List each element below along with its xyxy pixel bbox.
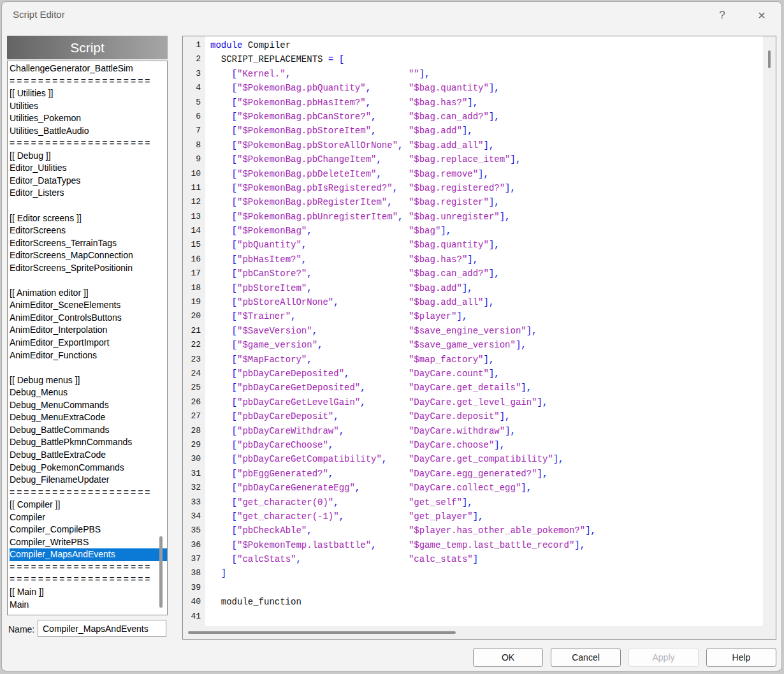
list-item[interactable]: AnimEditor_Functions xyxy=(10,349,167,362)
list-item[interactable]: AnimEditor_Interpolation xyxy=(10,324,167,337)
line-number: 23 xyxy=(183,353,205,367)
list-item[interactable]: Compiler_WritePBS xyxy=(10,536,167,549)
code-line: ["$PokemonBag.pbDeleteItem", "$bag.remov… xyxy=(210,167,763,181)
list-item[interactable]: Utilities_BattleAudio xyxy=(10,125,167,138)
line-number: 12 xyxy=(183,195,205,209)
line-number: 4 xyxy=(183,81,205,95)
list-item[interactable]: Debug_BattlePkmnCommands xyxy=(10,436,167,449)
cancel-button[interactable]: Cancel xyxy=(551,648,621,667)
list-item[interactable]: Main xyxy=(10,599,167,612)
code-line: ["$PokemonBag", "$bag"], xyxy=(210,224,763,238)
editor-horizontal-scrollbar-thumb[interactable] xyxy=(188,631,456,634)
ok-button[interactable]: OK xyxy=(473,648,543,667)
code-line: ["pbQuantity", "$bag.quantity"], xyxy=(210,238,763,252)
code-line: ["pbDayCareGetCompatibility", "DayCare.g… xyxy=(210,452,763,466)
code-line: ["$SaveVersion", "$save_engine_version"]… xyxy=(210,324,763,338)
code-line: ["Kernel.", ""], xyxy=(210,67,763,81)
line-number: 29 xyxy=(183,438,205,452)
list-item[interactable]: Debug_BattleExtraCode xyxy=(10,449,167,462)
list-item[interactable]: Editor_Utilities xyxy=(10,162,167,175)
line-number: 19 xyxy=(183,295,205,309)
list-item[interactable]: Compiler_CompilePBS xyxy=(10,524,167,536)
code-line: ["pbDayCareChoose", "DayCare.choose"], xyxy=(210,438,763,452)
code-line: ] xyxy=(210,566,763,580)
line-number: 30 xyxy=(183,452,205,466)
code-line: ["pbCheckAble", "$player.has_other_able_… xyxy=(210,524,763,538)
code-line: ["$PokemonBag.pbRegisterItem", "$bag.reg… xyxy=(210,195,763,209)
list-item[interactable]: Compiler xyxy=(10,511,167,524)
code-line: ["pbCanStore?", "$bag.can_add?"], xyxy=(210,267,763,281)
editor-vertical-scrollbar[interactable] xyxy=(763,36,776,626)
list-item[interactable]: AnimEditor_ControlsButtons xyxy=(10,312,167,325)
sidebar-scrollbar-thumb[interactable] xyxy=(159,536,163,608)
code-line: ["pbDayCareGetDeposited", "DayCare.get_d… xyxy=(210,381,763,395)
line-number: 28 xyxy=(183,424,205,438)
list-item[interactable]: AnimEditor_SceneElements xyxy=(10,299,167,312)
list-item[interactable]: Editor_Listers xyxy=(10,187,167,200)
code-line: ["$PokemonBag.pbHasItem?", "$bag.has?"], xyxy=(210,96,763,110)
name-input[interactable] xyxy=(38,620,166,637)
line-number: 3 xyxy=(183,67,205,81)
list-item[interactable] xyxy=(10,274,167,287)
list-item[interactable]: [[ Utilities ]] xyxy=(10,87,167,100)
code-line: module_function xyxy=(210,595,763,609)
list-item[interactable]: ==================== xyxy=(10,137,167,150)
code-line: ["pbHasItem?", "$bag.has?"], xyxy=(210,253,763,267)
list-item[interactable]: [[ Debug menus ]] xyxy=(10,374,167,387)
close-icon: ✕ xyxy=(757,10,766,22)
list-item[interactable]: Editor_DataTypes xyxy=(10,175,167,187)
line-number: 32 xyxy=(183,481,205,495)
list-item[interactable]: Debug_MenuCommands xyxy=(10,399,167,412)
list-item[interactable]: [[ Debug ]] xyxy=(10,150,167,163)
list-item[interactable]: Debug_FilenameUpdater xyxy=(10,474,167,487)
editor-vertical-scrollbar-thumb[interactable] xyxy=(768,50,771,68)
name-label: Name: xyxy=(8,624,34,634)
code-line: ["$PokemonBag.pbQuantity", "$bag.quantit… xyxy=(210,81,763,95)
list-item[interactable] xyxy=(10,362,167,374)
list-item[interactable]: ==================== xyxy=(10,573,167,586)
line-number: 1 xyxy=(183,38,205,52)
list-item[interactable]: EditorScreens_TerrainTags xyxy=(10,237,167,250)
list-item[interactable]: EditorScreens_SpritePositionin xyxy=(10,262,167,275)
code-line: ["pbDayCareDeposit", "DayCare.deposit"], xyxy=(210,409,763,423)
close-button[interactable]: ✕ xyxy=(748,4,775,26)
list-item[interactable]: Debug_BattleCommands xyxy=(10,424,167,437)
list-item[interactable]: [[ Main ]] xyxy=(10,586,167,599)
help-titlebar-button[interactable]: ? xyxy=(709,4,736,26)
line-number: 22 xyxy=(183,338,205,352)
apply-button[interactable]: Apply xyxy=(628,648,699,667)
title-bar[interactable]: Script Editor ? ✕ xyxy=(2,2,781,29)
list-item[interactable]: ChallengeGenerator_BattleSim xyxy=(10,62,167,75)
list-item[interactable]: Debug_PokemonCommands xyxy=(10,462,167,474)
list-item[interactable]: EditorScreens_MapConnection xyxy=(10,249,167,262)
list-item[interactable]: AnimEditor_ExportImport xyxy=(10,337,167,349)
code-line: ["$PokemonBag.pbUnregisterItem", "$bag.u… xyxy=(210,210,763,224)
list-item[interactable]: Utilities xyxy=(10,100,167,113)
editor-horizontal-scrollbar[interactable] xyxy=(183,626,763,639)
code-line: ["pbDayCareWithdraw", "DayCare.withdraw"… xyxy=(210,424,763,438)
code-editor[interactable]: 1234567891011121314151617181920212223242… xyxy=(182,36,776,640)
line-number: 14 xyxy=(183,224,205,238)
list-item[interactable]: Utilities_Pokemon xyxy=(10,112,167,125)
script-list[interactable]: ChallengeGenerator_BattleSim============… xyxy=(7,61,168,615)
code-area[interactable]: module Compiler SCRIPT_REPLACEMENTS = [ … xyxy=(205,36,763,626)
window-title: Script Editor xyxy=(13,9,65,20)
list-item[interactable]: [[ Animation editor ]] xyxy=(10,287,167,300)
line-number: 21 xyxy=(183,324,205,338)
list-item[interactable]: Compiler_MapsAndEvents xyxy=(10,548,167,561)
list-item[interactable]: ==================== xyxy=(10,561,167,574)
list-item[interactable]: EditorScreens xyxy=(10,224,167,237)
line-number: 11 xyxy=(183,181,205,195)
list-item[interactable]: Debug_Menus xyxy=(10,386,167,399)
list-item[interactable]: [[ Editor screens ]] xyxy=(10,212,167,225)
list-item[interactable]: ==================== xyxy=(10,75,167,88)
question-mark-icon: ? xyxy=(719,9,725,22)
list-item[interactable]: ==================== xyxy=(10,487,167,499)
help-button[interactable]: Help xyxy=(706,648,776,667)
list-item[interactable] xyxy=(10,200,167,212)
code-line: ["$PokemonBag.pbChangeItem", "$bag.repla… xyxy=(210,152,763,166)
list-item[interactable]: Debug_MenuExtraCode xyxy=(10,411,167,424)
list-item[interactable]: [[ Compiler ]] xyxy=(10,499,167,511)
line-number: 25 xyxy=(183,381,205,395)
line-number: 10 xyxy=(183,167,205,181)
